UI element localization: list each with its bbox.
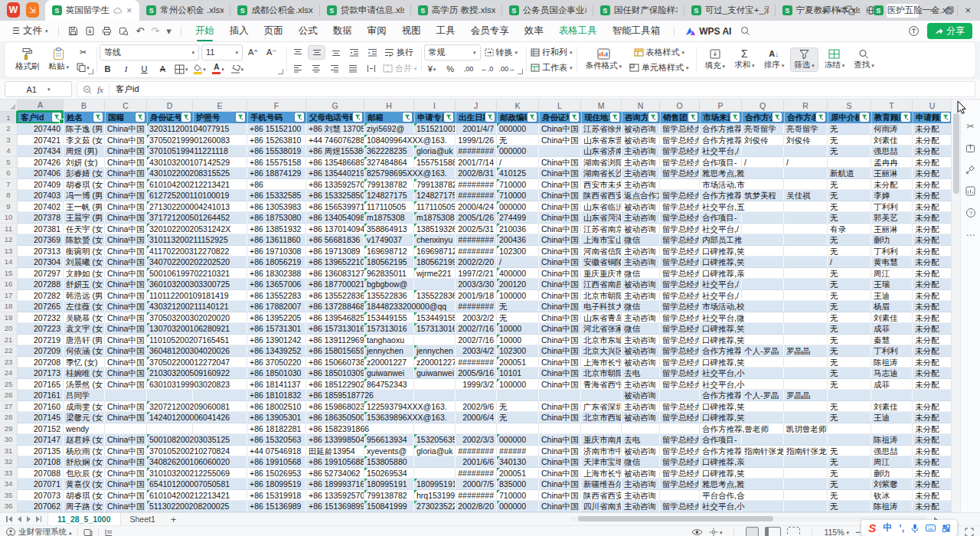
- document-tab-1[interactable]: S英国留学生×: [45, 0, 140, 21]
- cell-H29[interactable]: [364, 423, 414, 435]
- cell-G12[interactable]: +86 56681836: [306, 234, 364, 246]
- find-button[interactable]: 查找▾: [851, 48, 877, 71]
- row-header-34[interactable]: 34: [0, 479, 18, 490]
- cell-M17[interactable]: 北京市朝阳: [581, 290, 622, 302]
- cell-G5[interactable]: +86 1354866895: [306, 157, 364, 168]
- cell-B34[interactable]: 黄嘉仪 (女: [64, 479, 105, 490]
- filter-button-T[interactable]: [901, 113, 910, 122]
- cell-P27[interactable]: 口碑推荐,笑: [700, 401, 742, 413]
- cell-O23[interactable]: 留学总经办: [660, 357, 700, 368]
- cell-H2[interactable]: ziyi5692@: [364, 123, 414, 135]
- row-header-4[interactable]: 4: [0, 145, 18, 157]
- filter-button-C[interactable]: [136, 113, 145, 122]
- cell-F12[interactable]: +86 13611860: [247, 234, 306, 246]
- header-cell-C[interactable]: 国籍: [106, 112, 148, 123]
- column-header-Q[interactable]: Q: [742, 100, 784, 112]
- cell-T3[interactable]: 刘素佳: [871, 135, 913, 146]
- cell-H4[interactable]: 362228235: [364, 145, 414, 157]
- cell-G23[interactable]: +86 1506607386: [306, 357, 364, 368]
- cell-K23[interactable]: 200051: [497, 357, 539, 368]
- cell-S13[interactable]: 无: [828, 246, 871, 257]
- cell-Q22[interactable]: 个人-罗晶: [742, 345, 784, 357]
- cell-Q17[interactable]: [742, 290, 784, 302]
- cell-N33[interactable]: 被动咨询: [622, 468, 660, 479]
- cell-A15[interactable]: 207297: [18, 268, 64, 279]
- sum-button[interactable]: Σ 求和▾: [731, 48, 758, 71]
- cell-Q28[interactable]: [742, 412, 784, 423]
- cell-L20[interactable]: China中国: [539, 323, 581, 335]
- cell-T10[interactable]: 郭美艺: [871, 212, 913, 224]
- cell-G24[interactable]: +86 1850103098: [306, 368, 364, 379]
- cell-P33[interactable]: 口碑推荐,笑: [700, 468, 742, 479]
- cell-G30[interactable]: +86 1339985047: [306, 434, 364, 446]
- menu-tab-2[interactable]: 插入: [222, 21, 256, 41]
- cell-M11[interactable]: 江苏省南京: [581, 224, 622, 235]
- record-macro-icon[interactable]: [83, 528, 93, 536]
- status-system-label[interactable]: 业财管理系统: [18, 527, 67, 536]
- print-preview-icon[interactable]: [119, 26, 129, 36]
- cell-S17[interactable]: 无: [828, 290, 871, 302]
- cell-I16[interactable]: [414, 279, 456, 290]
- cell-B32[interactable]: 舒欣娴 (女: [64, 456, 105, 468]
- cell-E29[interactable]: [193, 423, 247, 435]
- cell-A11[interactable]: 207381: [18, 224, 64, 235]
- cell-N34[interactable]: 主动咨询: [622, 479, 660, 490]
- cell-G31[interactable]: 田延龄13954: [306, 446, 364, 457]
- cell-R10[interactable]: [784, 212, 828, 224]
- cell-R35[interactable]: [784, 490, 828, 502]
- cell-F16[interactable]: +86 13657006: [247, 279, 306, 290]
- cell-U17[interactable]: 未分配: [913, 290, 952, 302]
- cell-A14[interactable]: 207304: [18, 257, 64, 268]
- cell-C2[interactable]: China中国: [105, 123, 147, 135]
- cell-G21[interactable]: +86 1391129694: [306, 335, 364, 346]
- cell-K9[interactable]: 000000: [497, 201, 539, 213]
- cell-T15[interactable]: 周江: [871, 268, 913, 279]
- cell-L3[interactable]: China中国: [539, 135, 581, 146]
- cell-L33[interactable]: China中国: [539, 468, 581, 479]
- cell-K32[interactable]: 340130: [497, 456, 539, 468]
- cell-U16[interactable]: 未分配: [913, 279, 952, 290]
- cell-P11[interactable]: 社交平台,/: [700, 224, 742, 235]
- header-cell-N[interactable]: 咨询方式: [622, 112, 661, 123]
- cell-I29[interactable]: [414, 423, 456, 435]
- cell-M33[interactable]: 上海市长宁: [581, 468, 622, 479]
- cell-L17[interactable]: China中国: [539, 290, 581, 302]
- font-name-select[interactable]: 等线▾: [100, 44, 199, 60]
- cell-N15[interactable]: 微信: [622, 268, 660, 279]
- cell-M7[interactable]: 西安市未央: [581, 179, 622, 191]
- cell-M13[interactable]: 河南省信阳: [581, 246, 622, 257]
- conditional-format-button[interactable]: 条件格式▾: [583, 47, 626, 72]
- cell-A16[interactable]: 207288: [18, 279, 64, 290]
- header-cell-I[interactable]: 申请专用: [415, 112, 456, 123]
- cell-H27[interactable]: 122593794XXX@163.: [364, 401, 414, 413]
- cell-C36[interactable]: China中国: [105, 501, 147, 512]
- align-middle-icon[interactable]: [308, 45, 325, 60]
- zoom-level[interactable]: 115%▾: [824, 528, 849, 536]
- cell-U27[interactable]: 未分配: [913, 401, 952, 413]
- cell-C27[interactable]: China中国: [105, 401, 147, 413]
- cell-C32[interactable]: China中国: [105, 456, 147, 468]
- row-header-2[interactable]: 2: [0, 123, 18, 135]
- cell-F13[interactable]: +86 19710308: [247, 246, 306, 257]
- header-cell-L[interactable]: 身份证地: [540, 112, 582, 123]
- row-header-29[interactable]: 29: [0, 423, 18, 435]
- last-sheet-icon[interactable]: [36, 516, 42, 522]
- cell-A23[interactable]: 207208: [18, 357, 64, 368]
- cell-M19[interactable]: 山东省青岛: [581, 312, 622, 324]
- cell-I17[interactable]: 135522836: [414, 290, 456, 302]
- cell-B28[interactable]: 梁馨元 (女: [64, 412, 105, 423]
- cell-D6[interactable]: 430102200208315525: [147, 168, 193, 179]
- page-layout-view-icon[interactable]: [765, 527, 781, 536]
- cell-N11[interactable]: 被动咨询: [622, 224, 660, 235]
- cell-O12[interactable]: 留学总经办: [660, 234, 700, 246]
- cell-N24[interactable]: 去电: [622, 368, 660, 379]
- cell-N31[interactable]: 被动咨询: [622, 446, 660, 457]
- cell-C10[interactable]: China中国: [105, 212, 147, 224]
- cell-S14[interactable]: /: [828, 257, 871, 268]
- cell-B5[interactable]: 刘妍 (女): [64, 157, 105, 168]
- cell-I5[interactable]: 155751588: [414, 157, 456, 168]
- cell-R34[interactable]: [784, 479, 828, 490]
- previous-sheet-icon[interactable]: [18, 516, 21, 522]
- row-header-11[interactable]: 11: [0, 224, 18, 235]
- column-header-B[interactable]: B: [64, 100, 105, 112]
